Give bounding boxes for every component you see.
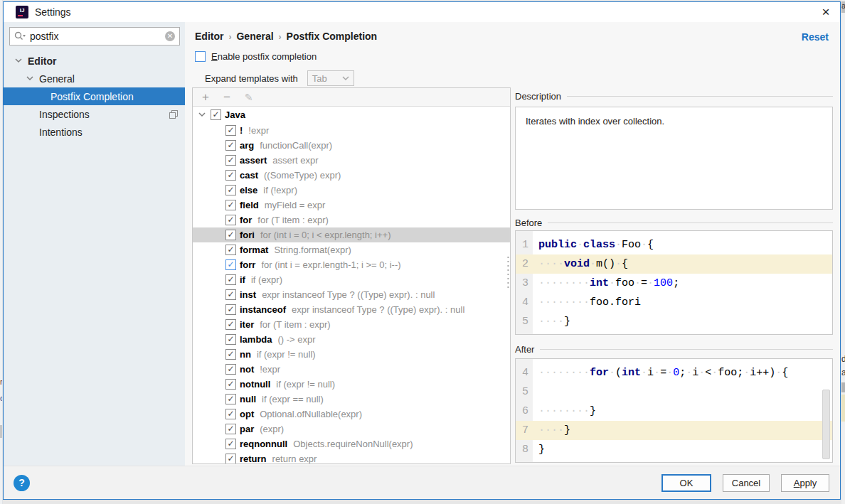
template-group-checkbox[interactable]: ✓ <box>211 109 221 120</box>
template-checkbox[interactable]: ✓ <box>225 379 236 390</box>
template-checkbox[interactable]: ✓ <box>225 245 236 255</box>
description-text: Iterates with index over collection. <box>516 107 832 135</box>
template-row[interactable]: ✓ par (expr) <box>193 422 510 436</box>
template-checkbox[interactable]: ✓ <box>225 349 236 360</box>
background-app-sliver-right: a d a <box>841 0 845 504</box>
cancel-button[interactable]: Cancel <box>723 474 770 492</box>
chevron-down-icon[interactable] <box>15 58 23 63</box>
template-checkbox[interactable]: ✓ <box>225 185 236 195</box>
template-row[interactable]: ✓ reqnonnull Objects.requireNonNull(expr… <box>193 436 510 451</box>
template-row[interactable]: ✓ else if (!expr) <box>193 183 510 198</box>
help-button[interactable]: ? <box>14 475 30 491</box>
line-number: 4 <box>516 296 533 309</box>
template-checkbox[interactable]: ✓ <box>225 409 236 419</box>
template-description: for (T item : expr) <box>260 319 330 330</box>
enable-postfix-checkbox[interactable] <box>195 51 206 62</box>
template-checkbox[interactable]: ✓ <box>225 170 236 181</box>
template-row[interactable]: ✓ instanceof expr instanceof Type ? ((Ty… <box>193 302 510 317</box>
template-row[interactable]: ✓ forr for (int i = expr.length-1; i >= … <box>193 257 510 272</box>
sidebar-item-editor[interactable]: Editor <box>4 52 185 70</box>
template-name: assert <box>240 155 267 166</box>
template-checkbox[interactable]: ✓ <box>225 125 236 136</box>
template-checkbox[interactable]: ✓ <box>225 140 236 151</box>
template-description: (expr) <box>260 424 284 434</box>
template-row[interactable]: ✓ null if (expr == null) <box>193 392 510 407</box>
template-checkbox[interactable]: ✓ <box>225 259 236 270</box>
code-text: ········} <box>538 405 596 417</box>
template-row[interactable]: ✓ inst expr instanceof Type ? ((Type) ex… <box>193 287 510 302</box>
template-row[interactable]: ✓ assert assert expr <box>193 153 510 168</box>
template-checkbox[interactable]: ✓ <box>225 304 236 315</box>
template-name: iter <box>240 319 254 330</box>
chevron-down-icon[interactable] <box>26 76 35 81</box>
template-checkbox[interactable]: ✓ <box>225 439 236 449</box>
ok-button[interactable]: OK <box>661 474 711 492</box>
intellij-logo-icon: IJ <box>16 6 28 18</box>
template-checkbox[interactable]: ✓ <box>225 230 236 240</box>
close-icon[interactable]: × <box>817 4 835 20</box>
template-group-java[interactable]: ✓ Java <box>193 107 510 123</box>
template-name: return <box>240 454 267 464</box>
template-checkbox[interactable]: ✓ <box>225 454 236 464</box>
apply-button[interactable]: Apply <box>781 474 829 492</box>
template-row[interactable]: ✓ if if (expr) <box>193 272 510 287</box>
divider <box>548 222 833 223</box>
search-input[interactable] <box>30 31 165 42</box>
postfix-settings-panel: Editor›General›Postfix Completion Reset … <box>185 22 840 466</box>
template-checkbox[interactable]: ✓ <box>225 215 236 225</box>
template-row[interactable]: ✓ for for (T item : expr) <box>193 213 510 227</box>
template-row[interactable]: ✓ iter for (T item : expr) <box>193 317 510 332</box>
template-checkbox[interactable]: ✓ <box>225 364 236 375</box>
template-list-panel: + − ✎ ✓ Java ✓ ! !expr ✓ arg functionCal… <box>192 87 511 464</box>
template-checkbox[interactable]: ✓ <box>225 155 236 166</box>
template-checkbox[interactable]: ✓ <box>225 274 236 285</box>
splitter-handle[interactable] <box>506 255 511 291</box>
template-description: myField = expr <box>265 200 326 210</box>
breadcrumb: Editor›General›Postfix Completion <box>195 31 377 42</box>
line-number: 1 <box>516 239 533 251</box>
template-row[interactable]: ✓ cast ((SomeType) expr) <box>193 168 510 183</box>
template-description: Optional.ofNullable(expr) <box>260 409 362 419</box>
template-row[interactable]: ✓ lambda () -> expr <box>193 332 510 347</box>
template-row[interactable]: ✓ fori for (int i = 0; i < expr.length; … <box>193 227 510 242</box>
template-row[interactable]: ✓ not !expr <box>193 362 510 377</box>
reset-link[interactable]: Reset <box>802 31 829 43</box>
template-checkbox[interactable]: ✓ <box>225 200 236 210</box>
template-description: expr instanceof Type ? ((Type) expr). : … <box>292 304 464 315</box>
template-checkbox[interactable]: ✓ <box>225 334 236 345</box>
template-row[interactable]: ✓ opt Optional.ofNullable(expr) <box>193 407 510 422</box>
template-row[interactable]: ✓ nn if (expr != null) <box>193 347 510 362</box>
line-number: 7 <box>516 424 533 436</box>
code-text: ········int·foo·=·100; <box>538 277 679 289</box>
template-description: if (!expr) <box>263 185 297 195</box>
template-checkbox[interactable]: ✓ <box>225 289 236 300</box>
sidebar-item-intentions[interactable]: Intentions <box>4 123 185 141</box>
template-row[interactable]: ✓ field myField = expr <box>193 198 510 213</box>
code-text: public·class·Foo·{ <box>538 239 654 251</box>
sidebar-item-postfix-completion[interactable]: Postfix Completion <box>4 87 185 105</box>
sidebar-item-general[interactable]: General <box>4 70 185 87</box>
remove-icon[interactable]: − <box>223 90 245 104</box>
breadcrumb-item-editor[interactable]: Editor <box>195 31 223 42</box>
add-icon[interactable]: + <box>202 90 223 104</box>
template-name: for <box>240 215 252 225</box>
chevron-down-icon <box>342 76 349 81</box>
chevron-down-icon[interactable] <box>198 112 207 117</box>
code-line: 7 ····} <box>516 421 832 440</box>
template-checkbox[interactable]: ✓ <box>225 424 236 434</box>
titlebar[interactable]: IJ Settings × <box>4 2 840 22</box>
breadcrumb-item-general[interactable]: General <box>236 31 273 42</box>
settings-search[interactable]: ✕ <box>9 27 180 45</box>
template-row[interactable]: ✓ notnull if (expr != null) <box>193 377 510 392</box>
template-row[interactable]: ✓ format String.format(expr) <box>193 242 510 257</box>
template-checkbox[interactable]: ✓ <box>225 319 236 330</box>
template-row[interactable]: ✓ ! !expr <box>193 123 510 138</box>
template-row[interactable]: ✓ return return expr <box>193 451 510 464</box>
template-row[interactable]: ✓ arg functionCall(expr) <box>193 138 510 153</box>
scrollbar-thumb[interactable] <box>822 390 830 459</box>
sidebar-item-inspections[interactable]: Inspections <box>4 105 185 123</box>
clear-search-icon[interactable]: ✕ <box>165 31 175 41</box>
template-group-label: Java <box>225 109 245 120</box>
search-icon[interactable] <box>14 31 26 41</box>
template-checkbox[interactable]: ✓ <box>225 394 236 404</box>
